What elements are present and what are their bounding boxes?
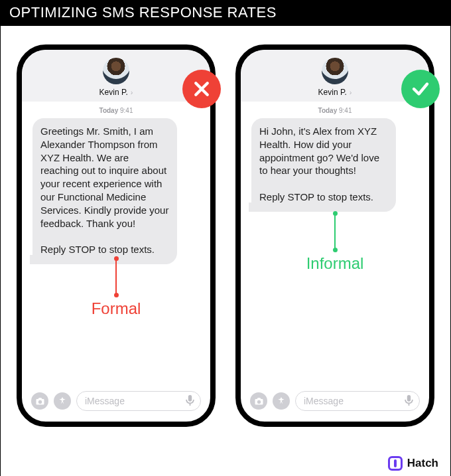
page-title: OPTIMIZING SMS RESPONSE RATES — [0, 0, 451, 26]
avatar — [103, 58, 129, 84]
diagram-canvas: Kevin P. › Today 9:41 Greetings Mr. Smit… — [0, 26, 451, 476]
x-icon — [192, 79, 212, 99]
message-input-placeholder: iMessage — [85, 396, 125, 406]
timestamp: Today 9:41 — [22, 107, 210, 114]
message-input[interactable]: iMessage — [76, 391, 201, 411]
contact-name: Kevin P. — [318, 88, 347, 97]
avatar — [322, 58, 348, 84]
phone-mockup: Kevin P. › Today 9:41 Greetings Mr. Smit… — [17, 44, 216, 427]
chat-header: Kevin P. › — [241, 50, 429, 102]
microphone-icon[interactable] — [405, 394, 413, 408]
message-input[interactable]: iMessage — [295, 391, 420, 411]
chat-header: Kevin P. › — [22, 50, 210, 102]
style-label-informal: Informal — [306, 254, 364, 273]
example-formal: Kevin P. › Today 9:41 Greetings Mr. Smit… — [17, 44, 216, 476]
message-bubble: Greetings Mr. Smith, I am Alexander Thom… — [32, 118, 177, 264]
input-bar: iMessage — [22, 384, 210, 422]
style-label-formal: Formal — [92, 299, 141, 318]
connector-dot — [114, 293, 119, 297]
chevron-right-icon: › — [350, 88, 352, 96]
contact-name: Kevin P. — [99, 88, 128, 97]
microphone-icon[interactable] — [186, 394, 194, 408]
wrong-badge — [182, 70, 221, 108]
message-bubble: Hi John, it's Alex from XYZ Health. How … — [251, 118, 396, 212]
example-informal: Kevin P. › Today 9:41 Hi John, it's Alex… — [235, 44, 434, 476]
brand-footer: Hatch — [388, 456, 438, 471]
chevron-right-icon: › — [131, 88, 133, 96]
correct-badge — [401, 70, 440, 108]
camera-icon[interactable] — [31, 392, 48, 410]
timestamp: Today 9:41 — [241, 107, 429, 114]
contact-name-row[interactable]: Kevin P. › — [318, 88, 352, 97]
app-store-icon[interactable] — [273, 392, 290, 410]
connector-line — [115, 258, 117, 294]
camera-icon[interactable] — [250, 392, 267, 410]
contact-name-row[interactable]: Kevin P. › — [99, 88, 133, 97]
input-bar: iMessage — [241, 384, 429, 422]
message-input-placeholder: iMessage — [304, 396, 344, 406]
connector-dot — [333, 248, 338, 252]
check-icon — [411, 79, 430, 99]
app-store-icon[interactable] — [54, 392, 71, 410]
connector-line — [334, 213, 336, 249]
messages-area: Greetings Mr. Smith, I am Alexander Thom… — [22, 118, 210, 384]
brand-name: Hatch — [407, 457, 438, 470]
brand-logo-icon — [388, 456, 403, 471]
